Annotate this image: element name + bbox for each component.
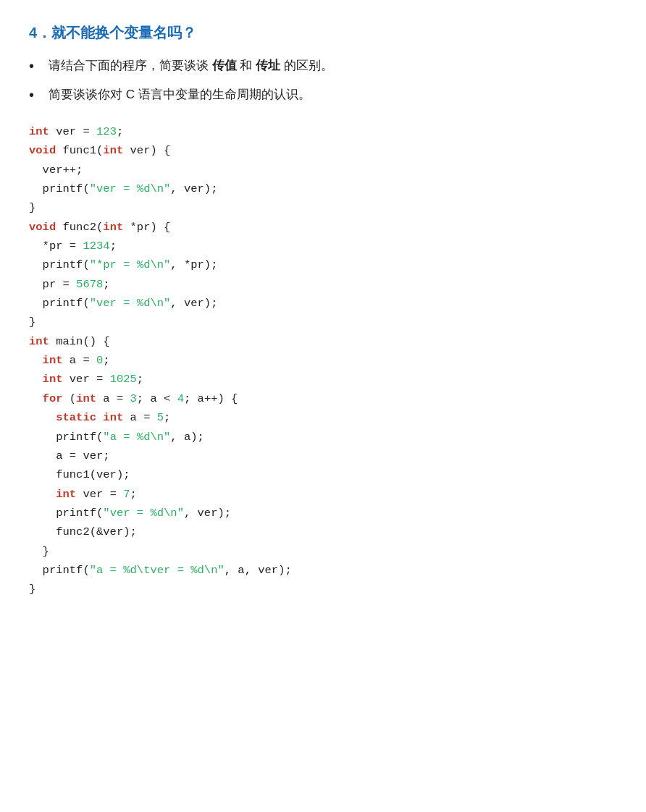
num-2: 1234 <box>83 240 109 253</box>
plain-14c: ; <box>137 373 143 386</box>
plain-14a <box>29 373 43 386</box>
str-2: "*pr = %d\n" <box>90 258 171 271</box>
plain-24b: , a, ver); <box>225 564 292 577</box>
kw-for: for <box>43 392 63 405</box>
num-9: 7 <box>123 488 130 501</box>
plain-4a: printf( <box>29 182 90 195</box>
code-line-25: } <box>29 580 617 599</box>
code-line-18: a = ver; <box>29 447 617 465</box>
plain-16b <box>96 411 103 424</box>
kw-int-9: int <box>56 488 76 501</box>
plain-9a: pr = <box>29 278 76 291</box>
kw-int-1: int <box>29 125 49 138</box>
plain-15c: a = <box>96 392 130 405</box>
code-line-10: printf("ver = %d\n", ver); <box>29 294 617 313</box>
code-line-19: func1(ver); <box>29 465 617 484</box>
plain-13c: ; <box>103 354 109 367</box>
plain-11: } <box>29 316 35 329</box>
code-line-16: static int a = 5; <box>29 408 617 427</box>
code-line-12: int main() { <box>29 332 617 351</box>
plain-6b: *pr) { <box>123 221 170 234</box>
code-line-4: printf("ver = %d\n", ver); <box>29 179 617 198</box>
plain-8b: , *pr); <box>170 258 217 271</box>
code-line-21: printf("ver = %d\n", ver); <box>29 504 617 523</box>
plain-15a <box>29 392 43 405</box>
code-line-14: int ver = 1025; <box>29 370 617 389</box>
bullet-text-2: 简要谈谈你对 C 语言中变量的生命周期的认识。 <box>49 85 311 104</box>
plain-13a <box>29 354 43 367</box>
num-4: 0 <box>96 354 103 367</box>
plain-2b: ver) { <box>123 144 170 157</box>
num-6: 3 <box>130 392 137 405</box>
kw-int-3: int <box>103 221 123 234</box>
plain-23: } <box>29 545 49 558</box>
code-line-15: for (int a = 3; a < 4; a++) { <box>29 389 617 408</box>
plain-20c: ; <box>130 488 137 501</box>
bullet-item-2: 简要谈谈你对 C 语言中变量的生命周期的认识。 <box>29 85 617 105</box>
code-line-17: printf("a = %d\n", a); <box>29 428 617 447</box>
plain-22: func2(&ver); <box>29 525 137 538</box>
plain-15d: ; a < <box>137 392 177 405</box>
plain-1: ver = <box>49 125 96 138</box>
plain-24a: printf( <box>29 564 90 577</box>
plain-3: ver++; <box>29 164 83 177</box>
plain-17a: printf( <box>29 431 103 444</box>
str-3: "ver = %d\n" <box>90 297 171 310</box>
plain-16d: ; <box>164 411 170 424</box>
code-line-1: int ver = 123; <box>29 122 617 141</box>
question-title: 4．就不能换个变量名吗？ <box>29 23 617 43</box>
code-line-11: } <box>29 313 617 331</box>
plain-25: } <box>29 583 35 596</box>
num-8: 5 <box>157 411 164 424</box>
num-7: 4 <box>177 392 184 405</box>
plain-14b: ver = <box>63 373 110 386</box>
code-line-5: } <box>29 198 617 217</box>
num-5: 1025 <box>110 373 137 386</box>
num-3: 5678 <box>76 278 103 291</box>
plain-7b: ; <box>110 240 117 253</box>
code-line-6: void func2(int *pr) { <box>29 218 617 237</box>
plain-12: main() { <box>49 335 110 348</box>
str-6: "a = %d\tver = %d\n" <box>90 564 225 577</box>
code-line-7: *pr = 1234; <box>29 237 617 255</box>
code-line-8: printf("*pr = %d\n", *pr); <box>29 255 617 274</box>
plain-18: a = ver; <box>29 449 110 462</box>
kw-int-4: int <box>29 335 49 348</box>
plain-13b: a = <box>63 354 97 367</box>
plain-7a: *pr = <box>29 240 83 253</box>
kw-void-1: void <box>29 144 56 157</box>
kw-int-8: int <box>103 411 123 424</box>
kw-int-5: int <box>43 354 63 367</box>
plain-16a <box>29 411 56 424</box>
code-line-13: int a = 0; <box>29 351 617 370</box>
plain-5: } <box>29 201 35 214</box>
plain-19: func1(ver); <box>29 468 130 481</box>
code-line-9: pr = 5678; <box>29 275 617 294</box>
str-5: "ver = %d\n" <box>103 507 184 520</box>
plain-16c: a = <box>123 411 157 424</box>
code-block: int ver = 123; void func1(int ver) { ver… <box>29 119 617 602</box>
str-4: "a = %d\n" <box>103 431 170 444</box>
question-container: 4．就不能换个变量名吗？ 请结合下面的程序，简要谈谈 传值 和 传址 的区别。 … <box>29 23 617 602</box>
bullet-list: 请结合下面的程序，简要谈谈 传值 和 传址 的区别。 简要谈谈你对 C 语言中变… <box>29 56 617 105</box>
plain-17b: , a); <box>170 431 204 444</box>
num-1: 123 <box>96 125 117 138</box>
kw-void-2: void <box>29 221 56 234</box>
bullet-item-1: 请结合下面的程序，简要谈谈 传值 和 传址 的区别。 <box>29 56 617 76</box>
plain-15e: ; a++) { <box>184 392 238 405</box>
plain-10a: printf( <box>29 297 90 310</box>
code-line-22: func2(&ver); <box>29 523 617 541</box>
plain-2: func1( <box>56 144 103 157</box>
plain-15b: ( <box>63 392 77 405</box>
plain-21a: printf( <box>29 507 103 520</box>
kw-int-2: int <box>103 144 123 157</box>
kw-int-7: int <box>76 392 96 405</box>
plain-1b: ; <box>117 125 123 138</box>
code-line-24: printf("a = %d\tver = %d\n", a, ver); <box>29 561 617 580</box>
plain-20b: ver = <box>76 488 123 501</box>
code-line-20: int ver = 7; <box>29 485 617 504</box>
code-line-3: ver++; <box>29 161 617 179</box>
plain-4b: , ver); <box>170 182 217 195</box>
kw-int-6: int <box>43 373 63 386</box>
plain-10b: , ver); <box>170 297 217 310</box>
